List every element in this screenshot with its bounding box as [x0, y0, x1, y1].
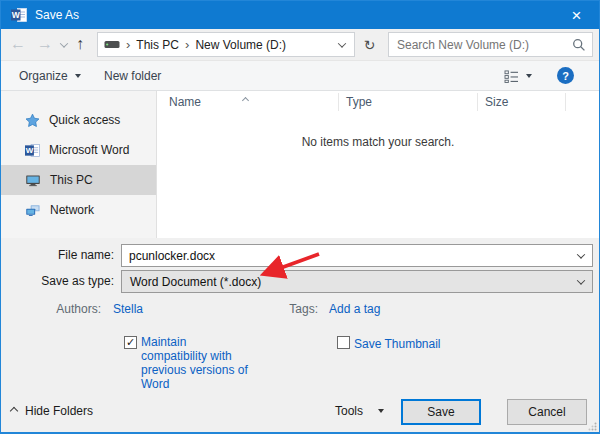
breadcrumb-this-pc[interactable]: This PC [136, 38, 179, 52]
checkmark-icon: ✓ [126, 337, 135, 348]
breadcrumb-separator: › [179, 37, 195, 52]
sidebar-item-label: Quick access [49, 113, 120, 127]
save-as-type-label: Save as type: [1, 274, 114, 288]
breadcrumb-new-volume[interactable]: New Volume (D:) [195, 38, 286, 52]
views-dropdown-icon [526, 74, 532, 78]
sidebar-item-this-pc[interactable]: This PC [1, 165, 156, 195]
star-icon [25, 113, 40, 128]
organize-label: Organize [19, 69, 68, 83]
help-button[interactable]: ? [557, 67, 574, 84]
file-name-combobox [121, 244, 593, 267]
title-bar: W Save As × [1, 1, 599, 29]
drive-icon [104, 39, 120, 50]
chevron-up-icon [10, 407, 18, 415]
hide-folders-label: Hide Folders [25, 404, 93, 418]
authors-label: Authors: [1, 302, 101, 316]
computer-icon [25, 173, 41, 188]
word-app-icon: W [11, 7, 27, 23]
tools-label: Tools [335, 404, 363, 418]
navigation-bar: ← → ↑ › This PC › New Volume (D:) ↻ [1, 29, 599, 61]
up-icon[interactable]: ↑ [76, 34, 84, 54]
compatibility-checkbox[interactable]: ✓ [124, 336, 137, 349]
column-header-name[interactable]: Name [157, 93, 339, 111]
save-as-dialog: W Save As × ← → ↑ › This PC › New Volume… [0, 0, 600, 434]
authors-value-link[interactable]: Stella [113, 302, 143, 316]
new-folder-label: New folder [104, 69, 161, 83]
save-as-type-dropdown-chevron-icon[interactable] [577, 276, 585, 284]
resize-grip[interactable] [588, 422, 597, 431]
navigation-pane: Quick access W Microsoft Word [1, 91, 157, 238]
command-bar: Organize New folder ? [1, 61, 599, 91]
empty-list-message: No items match your search. [157, 113, 599, 149]
hide-folders-button[interactable]: Hide Folders [11, 404, 93, 418]
window-title: Save As [35, 8, 79, 22]
address-dropdown-chevron-icon[interactable] [338, 39, 346, 47]
sidebar-item-label: Network [50, 203, 94, 217]
breadcrumb-separator: › [120, 37, 136, 52]
column-header-type[interactable]: Type [339, 93, 478, 111]
compatibility-checkbox-label[interactable]: Maintain compatibility with previous ver… [141, 335, 255, 391]
save-thumbnail-checkbox-label[interactable]: Save Thumbnail [354, 337, 441, 351]
tools-button[interactable]: Tools [335, 404, 384, 418]
file-list-pane: Name Type Size No items match your searc… [157, 91, 599, 238]
search-input[interactable] [389, 38, 572, 52]
file-name-dropdown-chevron-icon[interactable] [577, 250, 585, 258]
save-as-type-combobox[interactable]: Word Document (*.docx) [121, 270, 593, 293]
word-icon: W [25, 143, 40, 158]
search-box [388, 32, 593, 57]
search-icon[interactable] [572, 38, 586, 52]
column-headers: Name Type Size [157, 91, 599, 113]
save-button[interactable]: Save [401, 399, 481, 425]
sidebar-item-label: Microsoft Word [49, 143, 129, 157]
new-folder-button[interactable]: New folder [104, 61, 161, 91]
organize-button[interactable]: Organize [19, 61, 81, 91]
save-thumbnail-checkbox[interactable] [337, 336, 350, 349]
sidebar-item-network[interactable]: Network [1, 195, 156, 225]
recent-locations-chevron-icon[interactable] [60, 39, 68, 47]
sidebar-item-quick-access[interactable]: Quick access [1, 105, 156, 135]
organize-dropdown-icon [75, 74, 81, 78]
back-icon[interactable]: ← [10, 34, 26, 54]
tags-label: Tags: [261, 302, 318, 316]
forward-icon[interactable]: → [37, 34, 53, 54]
content-area: Quick access W Microsoft Word [1, 91, 599, 238]
tools-dropdown-icon [378, 409, 384, 413]
file-name-label: File name: [1, 248, 114, 262]
save-as-type-value: Word Document (*.docx) [122, 275, 578, 289]
refresh-button[interactable]: ↻ [357, 32, 382, 57]
svg-text:W: W [26, 146, 34, 155]
close-button[interactable]: × [554, 1, 599, 29]
file-name-input[interactable] [122, 249, 578, 263]
sidebar-item-microsoft-word[interactable]: W Microsoft Word [1, 135, 156, 165]
sort-ascending-icon [243, 92, 248, 106]
views-button[interactable] [504, 61, 532, 91]
svg-text:W: W [12, 10, 21, 20]
views-icon [504, 70, 519, 83]
add-tag-link[interactable]: Add a tag [329, 302, 380, 316]
sidebar-item-label: This PC [50, 173, 93, 187]
network-icon [25, 203, 41, 218]
cancel-button[interactable]: Cancel [507, 399, 587, 425]
column-header-size[interactable]: Size [478, 93, 566, 111]
address-bar[interactable]: › This PC › New Volume (D:) [97, 32, 355, 57]
